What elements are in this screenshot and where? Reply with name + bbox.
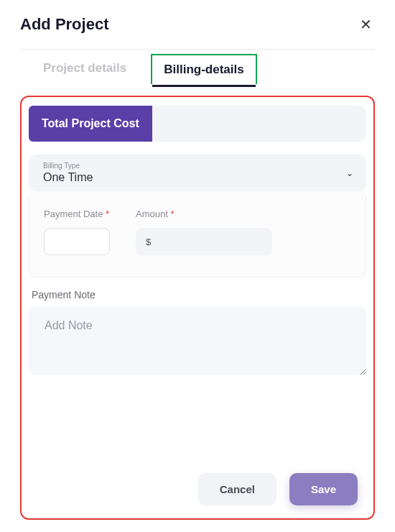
billing-panel: Total Project Cost Billing Type One Time… xyxy=(20,96,375,520)
payment-date-label: Payment Date * xyxy=(44,208,110,219)
total-cost-row: Total Project Cost xyxy=(29,106,366,142)
tab-project-details[interactable]: Project details xyxy=(32,54,138,84)
field-row: Payment Date * Amount * xyxy=(44,208,351,255)
modal-title: Add Project xyxy=(20,15,108,34)
amount-field: Amount * xyxy=(136,208,272,255)
save-button[interactable]: Save xyxy=(289,473,358,505)
total-cost-value xyxy=(152,106,366,142)
total-cost-label: Total Project Cost xyxy=(29,106,152,142)
action-bar: Cancel Save xyxy=(198,473,358,505)
divider xyxy=(20,49,375,50)
payment-date-input[interactable] xyxy=(44,228,110,255)
payment-date-field: Payment Date * xyxy=(44,208,110,255)
tabs: Project details Billing-details xyxy=(20,54,375,84)
billing-type-label: Billing Type xyxy=(43,162,352,170)
payment-note-label: Payment Note xyxy=(29,289,366,301)
payment-card: Payment Date * Amount * xyxy=(29,191,366,278)
add-project-modal: Add Project ✕ Project details Billing-de… xyxy=(0,0,395,532)
amount-input[interactable] xyxy=(136,228,272,255)
cancel-button[interactable]: Cancel xyxy=(198,473,276,505)
amount-label: Amount * xyxy=(136,208,272,219)
chevron-down-icon: ⌄ xyxy=(346,168,353,178)
payment-note-input[interactable] xyxy=(29,306,366,375)
billing-type-select[interactable]: Billing Type One Time ⌄ xyxy=(29,155,366,191)
modal-header: Add Project ✕ xyxy=(20,13,375,36)
tab-billing-details[interactable]: Billing-details xyxy=(151,54,256,84)
close-icon[interactable]: ✕ xyxy=(357,13,375,36)
billing-type-value: One Time xyxy=(43,171,352,184)
